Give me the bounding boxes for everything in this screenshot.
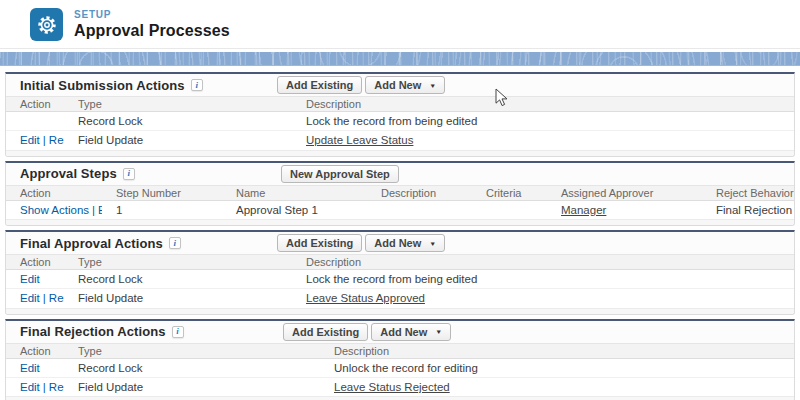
column-header-row: Action Type Description [6,255,794,270]
column-header-row: Action Type Description [6,97,794,112]
section-final-approval-actions: Final Approval Actions i Add Existing Ad… [5,230,795,315]
table-row: Edit Record Lock Lock the record from be… [6,270,794,289]
setup-header: SETUP Approval Processes [0,0,800,48]
description-cell: Unlock the record for editing [320,358,794,377]
column-header-type: Type [64,343,320,358]
description-cell [367,200,472,219]
type-cell: Record Lock [64,358,320,377]
section-title: Approval Steps [20,166,117,181]
info-icon[interactable]: i [172,326,184,338]
description-cell: Lock the record from being edited [292,112,794,131]
column-header-name: Name [222,185,367,200]
column-header-action: Action [6,185,102,200]
column-header-assigned-approver: Assigned Approver [547,185,702,200]
dropdown-arrow-icon: ▼ [429,82,436,88]
column-header-description: Description [367,185,472,200]
decorative-band [0,52,800,66]
section-title: Final Rejection Actions [20,324,166,339]
leave-status-rejected-link[interactable]: Leave Status Rejected [334,381,450,393]
column-header-action: Action [6,255,64,270]
new-approval-step-button[interactable]: New Approval Step [281,165,399,183]
show-actions-link[interactable]: Show Actions [20,204,89,216]
table-row: Edit|Remove Field Update Leave Status Ap… [6,289,794,308]
section-header: Final Approval Actions i Add Existing Ad… [6,232,794,254]
column-header-type: Type [64,97,292,112]
info-icon[interactable]: i [169,237,181,249]
column-header-step-number: Step Number [102,185,222,200]
edit-action-link[interactable]: Edit [98,204,102,216]
action-cell: Edit [6,358,64,377]
description-cell: Leave Status Rejected [320,377,794,396]
remove-action-link[interactable]: Remove [49,381,64,393]
info-icon[interactable]: i [191,79,203,91]
leave-status-approved-link[interactable]: Leave Status Approved [306,292,425,304]
edit-action-link[interactable]: Edit [20,381,40,393]
setup-gear-icon [30,8,63,41]
table-row: Edit|Remove Field Update Update Leave St… [6,131,794,150]
column-header-description: Description [292,97,794,112]
type-cell: Record Lock [64,270,292,289]
section-approval-steps: Approval Steps i New Approval Step Actio… [5,161,795,227]
action-cell: Edit|Remove [6,377,64,396]
edit-action-link[interactable]: Edit [20,362,40,374]
dropdown-arrow-icon: ▼ [435,328,442,334]
column-header-row: Action Type Description [6,343,794,358]
column-header-reject-behavior: Reject Behavior [702,185,794,200]
table-row: Edit Record Lock Unlock the record for e… [6,358,794,377]
section-title: Final Approval Actions [20,236,163,251]
section-footer [6,150,794,156]
column-header-description: Description [292,255,794,270]
section-header: Initial Submission Actions i Add Existin… [6,74,794,96]
add-existing-button[interactable]: Add Existing [277,76,362,94]
description-cell: Leave Status Approved [292,289,794,308]
remove-action-link[interactable]: Remove [49,292,64,304]
name-cell: Approval Step 1 [222,200,367,219]
type-cell: Field Update [64,377,320,396]
table-row: Record Lock Lock the record from being e… [6,112,794,131]
column-header-action: Action [6,343,64,358]
add-new-button[interactable]: Add New▼ [365,76,445,94]
edit-action-link[interactable]: Edit [20,134,40,146]
step-number-cell: 1 [102,200,222,219]
edit-action-link[interactable]: Edit [20,292,40,304]
description-cell: Update Leave Status [292,131,794,150]
action-cell [6,112,64,131]
section-title: Initial Submission Actions [20,78,185,93]
assigned-approver-cell: Manager [547,200,702,219]
column-header-action: Action [6,97,64,112]
criteria-cell [472,200,547,219]
table-row: Show Actions|Edit|Del 1 Approval Step 1 … [6,200,794,219]
section-footer [6,396,794,400]
section-final-rejection-actions: Final Rejection Actions i Add Existing A… [5,319,795,400]
remove-action-link[interactable]: Remove [49,134,64,146]
dropdown-arrow-icon: ▼ [429,240,436,246]
action-cell: Edit|Remove [6,289,64,308]
table-row: Edit|Remove Field Update Leave Status Re… [6,377,794,396]
type-cell: Field Update [64,131,292,150]
add-existing-button[interactable]: Add Existing [283,323,368,341]
action-cell: Edit [6,270,64,289]
add-existing-button[interactable]: Add Existing [277,234,362,252]
column-header-type: Type [64,255,292,270]
update-leave-status-link[interactable]: Update Leave Status [306,134,413,146]
column-header-row: Action Step Number Name Description Crit… [6,185,794,200]
section-footer [6,219,794,225]
edit-action-link[interactable]: Edit [20,273,40,285]
action-cell: Show Actions|Edit|Del [6,200,102,219]
section-footer [6,308,794,314]
add-new-button[interactable]: Add New▼ [365,234,445,252]
section-header: Approval Steps i New Approval Step [6,163,794,185]
reject-behavior-cell: Final Rejection [702,200,794,219]
type-cell: Record Lock [64,112,292,131]
manager-link[interactable]: Manager [561,204,606,216]
section-initial-submission-actions: Initial Submission Actions i Add Existin… [5,72,795,157]
type-cell: Field Update [64,289,292,308]
column-header-description: Description [320,343,794,358]
section-header: Final Rejection Actions i Add Existing A… [6,321,794,343]
add-new-button[interactable]: Add New▼ [371,323,451,341]
action-cell: Edit|Remove [6,131,64,150]
setup-eyebrow: SETUP [74,9,230,20]
description-cell: Lock the record from being edited [292,270,794,289]
page-title: Approval Processes [74,22,230,40]
info-icon[interactable]: i [123,168,135,180]
